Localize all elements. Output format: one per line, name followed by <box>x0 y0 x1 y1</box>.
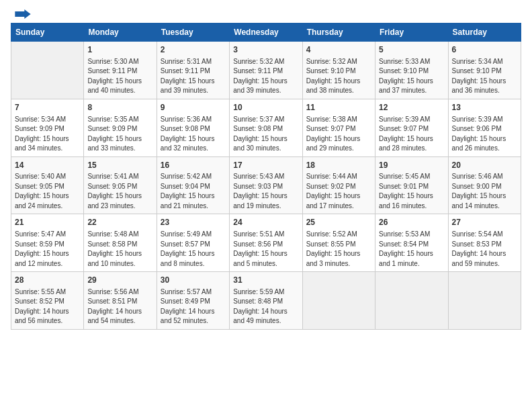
day-info: Sunrise: 5:38 AM Sunset: 9:07 PM Dayligh… <box>306 115 371 154</box>
week-row-1: 1Sunrise: 5:30 AM Sunset: 9:11 PM Daylig… <box>11 42 521 99</box>
day-number: 3 <box>233 44 298 56</box>
day-info: Sunrise: 5:54 AM Sunset: 8:53 PM Dayligh… <box>452 230 517 269</box>
day-header-wednesday: Wednesday <box>230 24 302 42</box>
calendar-cell: 8Sunrise: 5:35 AM Sunset: 9:09 PM Daylig… <box>84 99 157 156</box>
calendar-cell: 24Sunrise: 5:51 AM Sunset: 8:56 PM Dayli… <box>230 214 302 272</box>
day-info: Sunrise: 5:30 AM Sunset: 9:11 PM Dayligh… <box>87 57 152 96</box>
day-header-thursday: Thursday <box>302 24 375 42</box>
week-row-4: 21Sunrise: 5:47 AM Sunset: 8:59 PM Dayli… <box>11 214 521 272</box>
week-row-2: 7Sunrise: 5:34 AM Sunset: 9:09 PM Daylig… <box>11 99 521 156</box>
day-number: 16 <box>161 160 226 171</box>
day-info: Sunrise: 5:45 AM Sunset: 9:01 PM Dayligh… <box>379 172 444 211</box>
day-info: Sunrise: 5:56 AM Sunset: 8:51 PM Dayligh… <box>87 287 152 326</box>
calendar-cell: 7Sunrise: 5:34 AM Sunset: 9:09 PM Daylig… <box>11 99 84 156</box>
day-number: 12 <box>379 102 444 113</box>
day-info: Sunrise: 5:48 AM Sunset: 8:58 PM Dayligh… <box>87 230 152 269</box>
day-header-sunday: Sunday <box>11 24 84 42</box>
day-info: Sunrise: 5:43 AM Sunset: 9:03 PM Dayligh… <box>233 172 298 211</box>
calendar-cell: 17Sunrise: 5:43 AM Sunset: 9:03 PM Dayli… <box>230 156 302 214</box>
day-info: Sunrise: 5:36 AM Sunset: 9:08 PM Dayligh… <box>161 115 226 154</box>
day-info: Sunrise: 5:35 AM Sunset: 9:09 PM Dayligh… <box>87 115 152 154</box>
calendar-table: SundayMondayTuesdayWednesdayThursdayFrid… <box>11 23 521 330</box>
day-header-saturday: Saturday <box>448 24 521 42</box>
day-info: Sunrise: 5:40 AM Sunset: 9:05 PM Dayligh… <box>15 172 80 211</box>
day-info: Sunrise: 5:46 AM Sunset: 9:00 PM Dayligh… <box>452 172 517 211</box>
calendar-cell: 19Sunrise: 5:45 AM Sunset: 9:01 PM Dayli… <box>375 156 448 214</box>
calendar-cell: 13Sunrise: 5:39 AM Sunset: 9:06 PM Dayli… <box>448 99 521 156</box>
svg-marker-0 <box>15 9 30 19</box>
calendar-cell: 2Sunrise: 5:31 AM Sunset: 9:11 PM Daylig… <box>157 42 229 99</box>
day-number: 17 <box>233 160 298 171</box>
calendar-cell: 23Sunrise: 5:49 AM Sunset: 8:57 PM Dayli… <box>157 214 229 272</box>
calendar-cell: 29Sunrise: 5:56 AM Sunset: 8:51 PM Dayli… <box>84 272 157 330</box>
calendar-cell: 28Sunrise: 5:55 AM Sunset: 8:52 PM Dayli… <box>11 272 84 330</box>
logo-arrow-icon <box>13 9 32 19</box>
calendar-cell: 31Sunrise: 5:59 AM Sunset: 8:48 PM Dayli… <box>230 272 302 330</box>
day-info: Sunrise: 5:42 AM Sunset: 9:04 PM Dayligh… <box>161 172 226 211</box>
calendar-cell: 3Sunrise: 5:32 AM Sunset: 9:11 PM Daylig… <box>230 42 302 99</box>
day-info: Sunrise: 5:39 AM Sunset: 9:07 PM Dayligh… <box>379 115 444 154</box>
day-number: 11 <box>306 102 371 113</box>
calendar-cell: 16Sunrise: 5:42 AM Sunset: 9:04 PM Dayli… <box>157 156 229 214</box>
day-number: 5 <box>379 44 444 56</box>
day-info: Sunrise: 5:49 AM Sunset: 8:57 PM Dayligh… <box>161 230 226 269</box>
calendar-cell: 18Sunrise: 5:44 AM Sunset: 9:02 PM Dayli… <box>302 156 375 214</box>
day-info: Sunrise: 5:39 AM Sunset: 9:06 PM Dayligh… <box>452 115 517 154</box>
calendar-cell: 25Sunrise: 5:52 AM Sunset: 8:55 PM Dayli… <box>302 214 375 272</box>
day-number: 31 <box>233 275 298 286</box>
calendar-cell <box>375 272 448 330</box>
week-row-5: 28Sunrise: 5:55 AM Sunset: 8:52 PM Dayli… <box>11 272 521 330</box>
day-info: Sunrise: 5:53 AM Sunset: 8:54 PM Dayligh… <box>379 230 444 269</box>
day-info: Sunrise: 5:55 AM Sunset: 8:52 PM Dayligh… <box>15 287 80 326</box>
day-number: 7 <box>15 102 80 113</box>
day-info: Sunrise: 5:37 AM Sunset: 9:08 PM Dayligh… <box>233 115 298 154</box>
day-number: 1 <box>87 44 152 56</box>
calendar-cell: 30Sunrise: 5:57 AM Sunset: 8:49 PM Dayli… <box>157 272 229 330</box>
calendar-cell: 5Sunrise: 5:33 AM Sunset: 9:10 PM Daylig… <box>375 42 448 99</box>
day-number: 6 <box>452 44 517 56</box>
calendar-cell <box>11 42 84 99</box>
day-number: 15 <box>87 160 152 171</box>
day-number: 26 <box>379 217 444 228</box>
day-number: 10 <box>233 102 298 113</box>
day-number: 30 <box>161 275 226 286</box>
day-info: Sunrise: 5:31 AM Sunset: 9:11 PM Dayligh… <box>161 57 226 96</box>
day-info: Sunrise: 5:34 AM Sunset: 9:10 PM Dayligh… <box>452 57 517 96</box>
calendar-cell: 1Sunrise: 5:30 AM Sunset: 9:11 PM Daylig… <box>84 42 157 99</box>
day-header-tuesday: Tuesday <box>157 24 229 42</box>
day-info: Sunrise: 5:44 AM Sunset: 9:02 PM Dayligh… <box>306 172 371 211</box>
day-info: Sunrise: 5:57 AM Sunset: 8:49 PM Dayligh… <box>161 287 226 326</box>
calendar-cell: 6Sunrise: 5:34 AM Sunset: 9:10 PM Daylig… <box>448 42 521 99</box>
day-number: 19 <box>379 160 444 171</box>
calendar-cell: 11Sunrise: 5:38 AM Sunset: 9:07 PM Dayli… <box>302 99 375 156</box>
calendar-cell: 12Sunrise: 5:39 AM Sunset: 9:07 PM Dayli… <box>375 99 448 156</box>
day-number: 27 <box>452 217 517 228</box>
calendar-cell <box>448 272 521 330</box>
logo <box>11 11 32 19</box>
day-number: 21 <box>15 217 80 228</box>
day-number: 8 <box>87 102 152 113</box>
calendar-cell: 15Sunrise: 5:41 AM Sunset: 9:05 PM Dayli… <box>84 156 157 214</box>
day-number: 14 <box>15 160 80 171</box>
day-info: Sunrise: 5:32 AM Sunset: 9:10 PM Dayligh… <box>306 57 371 96</box>
day-number: 4 <box>306 44 371 56</box>
day-info: Sunrise: 5:32 AM Sunset: 9:11 PM Dayligh… <box>233 57 298 96</box>
day-number: 29 <box>87 275 152 286</box>
day-info: Sunrise: 5:59 AM Sunset: 8:48 PM Dayligh… <box>233 287 298 326</box>
day-header-monday: Monday <box>84 24 157 42</box>
calendar-cell: 20Sunrise: 5:46 AM Sunset: 9:00 PM Dayli… <box>448 156 521 214</box>
calendar-cell: 27Sunrise: 5:54 AM Sunset: 8:53 PM Dayli… <box>448 214 521 272</box>
day-number: 9 <box>161 102 226 113</box>
day-header-friday: Friday <box>375 24 448 42</box>
calendar-cell: 26Sunrise: 5:53 AM Sunset: 8:54 PM Dayli… <box>375 214 448 272</box>
day-number: 28 <box>15 275 80 286</box>
header-row: SundayMondayTuesdayWednesdayThursdayFrid… <box>11 24 521 42</box>
day-number: 18 <box>306 160 371 171</box>
calendar-cell: 9Sunrise: 5:36 AM Sunset: 9:08 PM Daylig… <box>157 99 229 156</box>
day-info: Sunrise: 5:33 AM Sunset: 9:10 PM Dayligh… <box>379 57 444 96</box>
calendar-cell: 21Sunrise: 5:47 AM Sunset: 8:59 PM Dayli… <box>11 214 84 272</box>
day-number: 22 <box>87 217 152 228</box>
day-number: 25 <box>306 217 371 228</box>
day-info: Sunrise: 5:52 AM Sunset: 8:55 PM Dayligh… <box>306 230 371 269</box>
day-number: 20 <box>452 160 517 171</box>
